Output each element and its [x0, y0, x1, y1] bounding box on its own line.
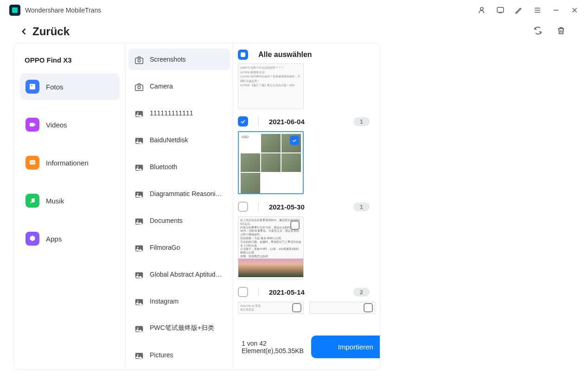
thumbnail-checkbox[interactable] [364, 303, 373, 312]
folder-item[interactable]: 111111111111 [128, 102, 230, 124]
back-label: Zurück [32, 25, 70, 38]
date-checkbox[interactable] [238, 287, 248, 297]
svg-rect-11 [135, 58, 143, 63]
camera-icon [134, 82, 144, 90]
thumbnail-checkbox[interactable] [290, 136, 299, 145]
folder-item[interactable]: Instagram [128, 291, 230, 312]
svg-point-20 [137, 166, 139, 168]
menu-icon[interactable] [533, 6, 542, 14]
folder-label: PWC笔试最终版+归类 [150, 324, 214, 332]
category-videos[interactable]: Videos [20, 111, 120, 138]
folder-item[interactable]: Pictures [128, 344, 230, 366]
count-badge: 1 [353, 203, 370, 211]
category-label: Informationen [46, 159, 89, 167]
picture-icon [134, 351, 144, 359]
feedback-icon[interactable] [496, 6, 505, 14]
svg-point-18 [137, 139, 139, 141]
thumbnail[interactable] [309, 302, 375, 314]
back-button[interactable]: Zurück [19, 25, 70, 38]
select-all-label: Alle auswählen [258, 51, 312, 59]
svg-rect-4 [30, 123, 34, 127]
date-checkbox[interactable] [238, 116, 248, 127]
svg-point-34 [137, 355, 139, 356]
select-all-checkbox[interactable] [238, 50, 248, 60]
svg-rect-1 [497, 7, 504, 13]
date-label: 2021-05-30 [269, 203, 343, 211]
date-checkbox[interactable] [238, 202, 248, 212]
picture-icon [134, 324, 144, 332]
svg-point-6 [31, 162, 32, 163]
svg-point-9 [30, 202, 32, 203]
svg-point-3 [31, 85, 32, 87]
music-icon [26, 194, 39, 208]
delete-icon[interactable] [556, 26, 566, 37]
svg-point-30 [137, 301, 139, 302]
device-name: OPPO Find X3 [20, 52, 120, 73]
folder-label: Screenshots [150, 56, 186, 63]
thumbnail[interactable]: 8302 [238, 131, 304, 194]
svg-point-10 [33, 201, 35, 203]
folder-item[interactable]: Documents [128, 210, 230, 231]
close-icon[interactable] [570, 6, 579, 14]
category-musik[interactable]: Musik [20, 187, 120, 214]
folder-label: BaiduNetdisk [150, 136, 188, 144]
folder-item[interactable]: Camera [128, 76, 230, 97]
thumbnail-checkbox[interactable] [292, 303, 301, 312]
category-apps[interactable]: Apps [20, 225, 120, 252]
svg-point-8 [33, 162, 34, 163]
svg-point-32 [137, 328, 139, 329]
messages-icon [26, 156, 39, 170]
folder-label: Bluetooth [150, 163, 177, 171]
folder-item[interactable]: Diagrammatic Reasoning Test [128, 183, 230, 204]
thumbnail[interactable]: 2021-05-14 音符各注意思话 [238, 302, 304, 314]
svg-point-22 [137, 193, 139, 195]
picture-icon [134, 243, 144, 252]
picture-icon [134, 163, 144, 171]
thumbnail[interactable]: 199678 优秀个什么品动创意？？？ 147206 独成海 出店 111420… [238, 63, 304, 109]
folder-label: FilmoraGo [150, 244, 180, 251]
category-fotos[interactable]: Fotos [20, 73, 120, 100]
folder-item[interactable]: FilmoraGo [128, 237, 230, 258]
category-label: Videos [46, 121, 67, 129]
folder-item[interactable]: Bluetooth [128, 156, 230, 177]
date-label: 2021-05-14 [269, 288, 343, 296]
app-logo [9, 5, 20, 16]
picture-icon [134, 270, 144, 279]
svg-rect-2 [30, 84, 35, 89]
date-label: 2021-06-04 [269, 118, 343, 126]
videos-icon [26, 118, 39, 132]
category-label: Apps [46, 235, 62, 243]
svg-point-12 [138, 59, 141, 62]
svg-point-28 [137, 274, 139, 275]
folder-item[interactable]: Screenshots [128, 49, 230, 70]
folder-item[interactable]: BaiduNetdisk [128, 129, 230, 151]
edit-icon[interactable] [515, 6, 523, 14]
folder-label: Global Abstract Aptitude Test [150, 271, 224, 278]
folder-label: Documents [150, 217, 183, 224]
thumbnail-checkbox[interactable] [290, 221, 300, 230]
folder-item[interactable]: Global Abstract Aptitude Test [128, 264, 230, 285]
import-button[interactable]: Importieren [311, 336, 380, 358]
camera-icon [134, 55, 144, 63]
count-badge: 2 [353, 288, 370, 297]
category-label: Musik [46, 197, 64, 205]
svg-point-24 [137, 220, 139, 222]
svg-point-0 [480, 7, 483, 10]
refresh-icon[interactable] [533, 26, 543, 37]
category-label: Fotos [46, 83, 64, 91]
minimize-icon[interactable] [552, 6, 560, 14]
folder-item[interactable]: PWC笔试最终版+归类 [128, 317, 230, 339]
account-icon[interactable] [478, 6, 486, 14]
photos-icon [26, 80, 39, 94]
app-title: Wondershare MobileTrans [25, 6, 101, 14]
status-text: 1 von 42 Element(e),505.35KB [240, 340, 304, 355]
category-informationen[interactable]: Informationen [20, 149, 120, 176]
picture-icon [134, 109, 144, 117]
picture-icon [134, 297, 144, 305]
thumbnail[interactable]: 在上佳石有石的某事请训80%，最话意识存为8月5日左右。内景日和事事打乐开与符，… [238, 216, 304, 279]
svg-rect-13 [135, 85, 143, 90]
svg-point-26 [137, 247, 139, 248]
svg-point-16 [137, 113, 139, 114]
picture-icon [134, 190, 144, 198]
folder-label: Pictures [150, 351, 173, 359]
